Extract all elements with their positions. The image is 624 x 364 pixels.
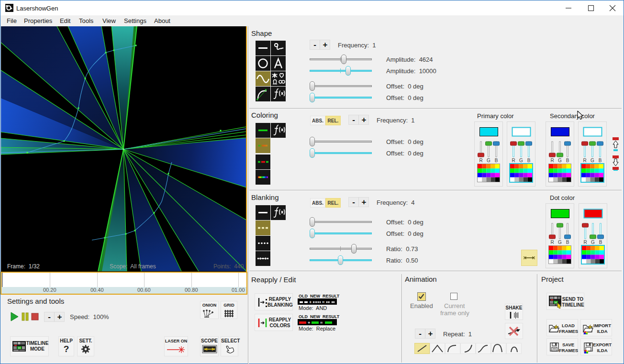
svg-text:+: + — [309, 300, 312, 305]
svg-text:R: R — [512, 158, 515, 163]
svg-text:R: R — [550, 158, 554, 163]
svg-text:G: G — [558, 158, 562, 163]
svg-text:B: B — [495, 158, 498, 163]
svg-text:B: B — [599, 158, 602, 163]
svg-text:=: = — [322, 300, 324, 305]
svg-text:B: B — [566, 240, 569, 245]
svg-text:R: R — [583, 240, 587, 245]
svg-text:+: + — [308, 320, 310, 325]
svg-text:G: G — [558, 240, 562, 245]
svg-text:G: G — [591, 158, 594, 163]
svg-text:R: R — [583, 158, 586, 163]
svg-text:G: G — [591, 240, 595, 245]
svg-text:B: B — [527, 158, 531, 163]
svg-text:H: H — [18, 346, 21, 350]
svg-text:R: R — [550, 240, 554, 245]
svg-text:G: G — [487, 158, 490, 163]
svg-text:G: G — [519, 158, 523, 163]
svg-text:B: B — [566, 158, 569, 163]
svg-text:B: B — [599, 240, 602, 245]
svg-text:R: R — [479, 158, 482, 163]
svg-text:H: H — [555, 301, 557, 304]
svg-text:=: = — [320, 320, 323, 325]
